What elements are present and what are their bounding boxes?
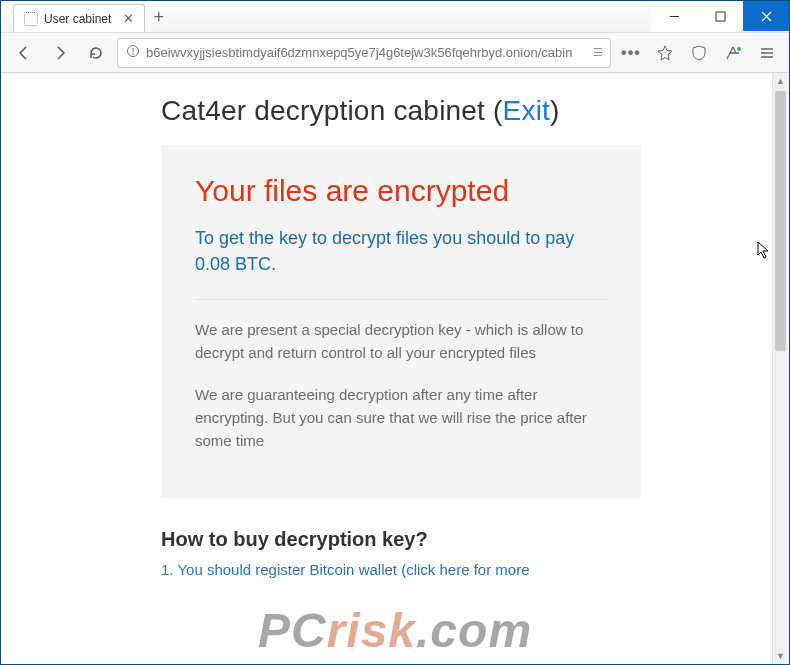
watermark-com: .com <box>416 604 532 657</box>
exit-link[interactable]: Exit <box>503 95 550 126</box>
title-suffix: ) <box>550 95 560 126</box>
page-content: Cat4er decryption cabinet (Exit) Your fi… <box>1 73 789 578</box>
reload-button[interactable] <box>81 38 111 68</box>
toolbar: b6eiwvxyjjsiesbtimdyaif6dzmnxepq5ye7j4g6… <box>1 33 789 73</box>
url-text: b6eiwvxyjjsiesbtimdyaif6dzmnxepq5ye7j4g6… <box>146 45 587 60</box>
favicon-placeholder-icon <box>24 12 38 26</box>
watermark-risk: risk <box>327 604 416 657</box>
maximize-button[interactable] <box>697 1 743 31</box>
watermark: PCrisk.com <box>1 603 789 658</box>
vertical-scrollbar[interactable]: ▲ ▼ <box>772 73 788 664</box>
tab-title: User cabinet <box>44 12 111 26</box>
new-tab-button[interactable]: + <box>145 3 172 32</box>
browser-tab[interactable]: User cabinet ✕ <box>13 4 145 32</box>
paragraph-2: We are guaranteeing decryption after any… <box>195 383 607 453</box>
back-button[interactable] <box>9 38 39 68</box>
svg-point-6 <box>132 53 134 55</box>
scroll-down-arrow-icon[interactable]: ▼ <box>773 648 788 664</box>
tab-strip: User cabinet ✕ + <box>1 1 651 32</box>
extensions-icon[interactable] <box>719 39 747 67</box>
menu-hamburger-icon[interactable] <box>753 39 781 67</box>
bookmark-star-icon[interactable] <box>651 39 679 67</box>
scroll-thumb[interactable] <box>775 91 786 351</box>
page-actions-icon[interactable]: ••• <box>617 39 645 67</box>
scroll-up-arrow-icon[interactable]: ▲ <box>773 73 788 89</box>
titlebar: User cabinet ✕ + <box>1 1 789 33</box>
page-viewport: Cat4er decryption cabinet (Exit) Your fi… <box>1 73 789 664</box>
info-card: Your files are encrypted To get the key … <box>161 145 641 498</box>
payment-subtext: To get the key to decrypt files you shou… <box>195 225 607 277</box>
tracking-shield-icon[interactable] <box>685 39 713 67</box>
browser-window: User cabinet ✕ + <box>0 0 790 665</box>
window-controls <box>651 1 789 32</box>
minimize-button[interactable] <box>651 1 697 31</box>
divider <box>195 299 607 300</box>
paragraph-1: We are present a special decryption key … <box>195 318 607 365</box>
howto-step-1: 1. You should register Bitcoin wallet (c… <box>161 561 749 578</box>
encrypted-heading: Your files are encrypted <box>195 173 607 209</box>
page-title: Cat4er decryption cabinet (Exit) <box>161 95 749 127</box>
forward-button[interactable] <box>45 38 75 68</box>
svg-rect-1 <box>716 12 725 21</box>
howto-heading: How to buy decryption key? <box>161 528 749 551</box>
site-info-icon[interactable] <box>126 44 140 61</box>
close-window-button[interactable] <box>743 1 789 31</box>
watermark-pc: PC <box>258 604 327 657</box>
title-prefix: Cat4er decryption cabinet ( <box>161 95 503 126</box>
reader-mode-icon[interactable]: ☰ <box>593 46 602 59</box>
url-bar[interactable]: b6eiwvxyjjsiesbtimdyaif6dzmnxepq5ye7j4g6… <box>117 38 611 68</box>
tab-close-icon[interactable]: ✕ <box>123 11 134 26</box>
svg-point-7 <box>737 47 741 51</box>
